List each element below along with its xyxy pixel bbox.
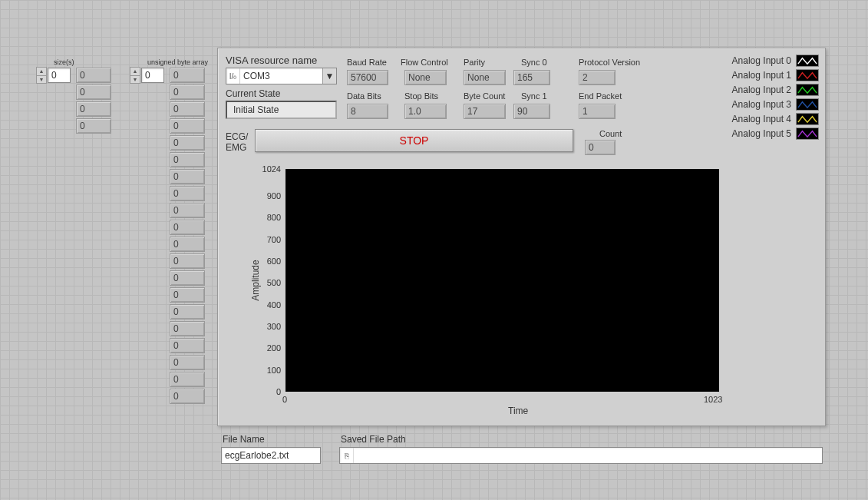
ubytes-item[interactable]: 0 <box>170 389 205 404</box>
ubytes-item[interactable]: 0 <box>170 152 205 167</box>
visa-value: COM3 <box>240 71 322 81</box>
stop-button[interactable]: STOP <box>255 129 573 152</box>
legend-label: Analog Input 5 <box>719 128 791 139</box>
legend-label: Analog Input 4 <box>719 114 791 124</box>
legend-swatch <box>796 55 819 67</box>
ubytes-item[interactable]: 0 <box>170 372 205 387</box>
ubytes-item[interactable]: 0 <box>170 338 205 353</box>
ubytes-item[interactable]: 0 <box>170 68 205 83</box>
state-label: Current State <box>226 88 280 99</box>
io-icon: I/₀ <box>226 68 240 84</box>
y-tick: 300 <box>267 322 281 331</box>
bytecnt-value[interactable]: 17 <box>464 104 506 119</box>
legend-swatch <box>796 127 819 140</box>
legend-label: Analog Input 3 <box>719 99 791 110</box>
ubytes-item[interactable]: 0 <box>170 304 205 320</box>
main-panel: VISA resource name I/₀ COM3 ▼ Current St… <box>217 48 826 426</box>
count-label: Count <box>599 129 622 138</box>
legend-item[interactable]: Analog Input 2 <box>719 84 819 96</box>
legend-label: Analog Input 0 <box>719 55 791 66</box>
parity-value[interactable]: None <box>464 70 506 85</box>
endpkt-value[interactable]: 1 <box>579 104 616 119</box>
y-axis-label: Amplitude <box>250 260 261 300</box>
folder-icon: ⎘ <box>340 448 354 463</box>
ubytes-item[interactable]: 0 <box>170 169 205 184</box>
legend-swatch <box>796 113 819 125</box>
visa-label: VISA resource name <box>226 55 317 66</box>
count-value[interactable]: 0 <box>585 140 616 155</box>
baud-label: Baud Rate <box>347 58 387 67</box>
ubytes-item[interactable]: 0 <box>170 186 205 201</box>
sizes-array: 0 0 0 0 <box>76 68 111 134</box>
legend-label: Analog Input 2 <box>719 84 791 95</box>
waveform-graph[interactable]: 0100200300400500600700800900102401023 Am… <box>224 160 819 421</box>
sync0-value[interactable]: 165 <box>513 70 550 85</box>
sizes-index[interactable]: 0 <box>48 68 71 83</box>
sizes-item[interactable]: 0 <box>76 101 111 117</box>
sync1-value[interactable]: 90 <box>513 104 550 119</box>
y-tick: 1024 <box>262 164 281 174</box>
ubytes-item[interactable]: 0 <box>170 135 205 151</box>
y-tick: 600 <box>267 257 281 266</box>
ubytes-item[interactable]: 0 <box>170 253 205 269</box>
ubytes-index-spinner[interactable]: ▲▼ <box>130 67 140 84</box>
ecg-label1: ECG/ <box>226 131 248 142</box>
filepath-label: Saved File Path <box>341 434 406 445</box>
pver-label: Protocol Version <box>579 58 640 67</box>
ubytes-item[interactable]: 0 <box>170 355 205 370</box>
ubytes-item[interactable]: 0 <box>170 321 205 336</box>
y-tick: 200 <box>267 343 281 353</box>
ubytes-item[interactable]: 0 <box>170 237 205 252</box>
legend-item[interactable]: Analog Input 1 <box>719 69 819 81</box>
ubytes-item[interactable]: 0 <box>170 118 205 134</box>
stopbits-value[interactable]: 1.0 <box>404 104 447 119</box>
y-tick: 800 <box>267 213 281 222</box>
ubytes-item[interactable]: 0 <box>170 84 205 100</box>
y-tick: 900 <box>267 191 281 200</box>
legend-label: Analog Input 1 <box>719 70 791 81</box>
ubytes-index[interactable]: 0 <box>141 68 164 83</box>
ubytes-array: 00000000000000000000 <box>170 68 205 404</box>
parity-label: Parity <box>464 58 485 67</box>
legend-swatch <box>796 84 819 96</box>
y-tick: 100 <box>267 366 281 375</box>
y-tick: 0 <box>276 387 281 396</box>
filename-input[interactable]: ecgEarlobe2.txt <box>221 447 321 464</box>
sizes-item[interactable]: 0 <box>76 118 111 134</box>
sizes-index-spinner[interactable]: ▲▼ <box>36 67 47 84</box>
filepath-input[interactable]: ⎘ <box>339 447 823 464</box>
stopbits-label: Stop Bits <box>404 91 438 101</box>
ubytes-item[interactable]: 0 <box>170 287 205 303</box>
sizes-item[interactable]: 0 <box>76 84 111 100</box>
ubytes-item[interactable]: 0 <box>170 101 205 117</box>
legend-item[interactable]: Analog Input 3 <box>719 98 819 111</box>
bytecnt-label: Byte Count <box>464 91 505 101</box>
legend-item[interactable]: Analog Input 5 <box>719 127 819 140</box>
chevron-down-icon[interactable]: ▼ <box>322 68 336 84</box>
sizes-item[interactable]: 0 <box>76 68 111 83</box>
ubytes-item[interactable]: 0 <box>170 203 205 218</box>
sync1-label: Sync 1 <box>521 91 547 101</box>
visa-dropdown[interactable]: I/₀ COM3 ▼ <box>226 68 337 84</box>
plot-legend: Analog Input 0Analog Input 1Analog Input… <box>719 55 819 140</box>
filename-label: File Name <box>223 434 265 445</box>
endpkt-label: End Packet <box>579 91 622 101</box>
flow-label: Flow Control <box>401 58 448 67</box>
y-tick: 400 <box>267 300 281 310</box>
sizes-label: size(s) <box>54 58 74 66</box>
ubytes-item[interactable]: 0 <box>170 220 205 235</box>
y-tick: 500 <box>267 278 281 287</box>
databits-value[interactable]: 8 <box>347 104 388 119</box>
baud-value[interactable]: 57600 <box>347 70 388 85</box>
state-value: Initial State <box>226 101 337 119</box>
pver-value[interactable]: 2 <box>579 70 616 85</box>
x-tick: 0 <box>282 395 287 404</box>
x-tick: 1023 <box>704 395 722 404</box>
flow-value[interactable]: None <box>404 70 447 85</box>
ubytes-item[interactable]: 0 <box>170 270 205 286</box>
legend-swatch <box>796 69 819 81</box>
legend-item[interactable]: Analog Input 0 <box>719 55 819 67</box>
sync0-label: Sync 0 <box>521 58 547 67</box>
plot-area: 0100200300400500600700800900102401023 <box>285 169 719 392</box>
legend-item[interactable]: Analog Input 4 <box>719 113 819 125</box>
